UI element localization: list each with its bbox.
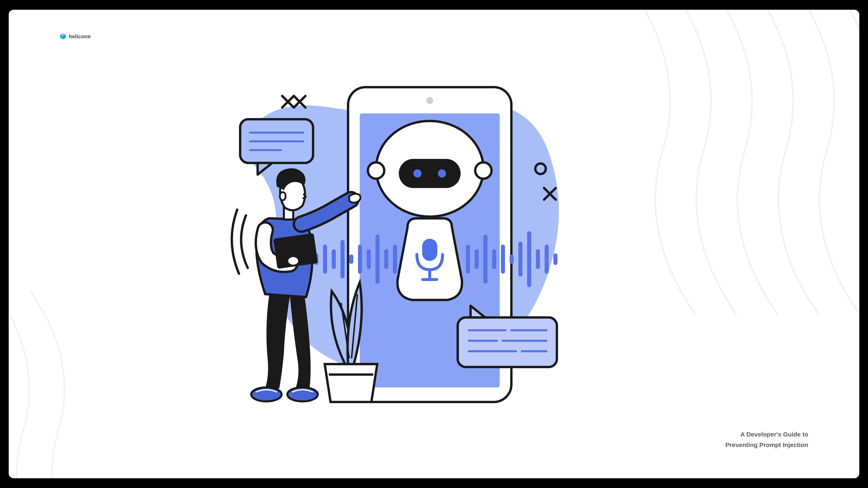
svg-line-48 — [293, 96, 300, 102]
svg-rect-6 — [399, 159, 461, 188]
svg-rect-32 — [553, 253, 557, 265]
svg-rect-25 — [492, 249, 496, 269]
svg-rect-27 — [509, 255, 514, 264]
title-line-2: Preventing Prompt Injection — [725, 440, 808, 450]
svg-point-4 — [368, 162, 384, 179]
title-line-1: A Developer's Guide to — [725, 429, 808, 440]
svg-rect-28 — [518, 242, 522, 277]
cover-title: A Developer's Guide to Preventing Prompt… — [725, 429, 808, 450]
svg-rect-23 — [474, 249, 479, 269]
svg-line-45 — [288, 96, 293, 102]
logo: helicone — [60, 33, 91, 40]
svg-point-7 — [413, 169, 422, 177]
svg-point-8 — [438, 169, 446, 177]
logo-text: helicone — [69, 33, 91, 40]
svg-line-46 — [282, 102, 288, 108]
svg-rect-21 — [393, 245, 397, 274]
svg-line-49 — [300, 96, 305, 102]
cover-card: helicone — [9, 10, 859, 478]
svg-line-44 — [282, 96, 288, 102]
svg-rect-37 — [458, 318, 557, 367]
svg-rect-19 — [375, 235, 379, 284]
helicone-cube-icon — [60, 33, 66, 40]
svg-rect-15 — [340, 240, 345, 279]
svg-rect-13 — [323, 245, 327, 274]
svg-rect-16 — [349, 255, 353, 264]
background-waves-left — [9, 291, 179, 478]
svg-rect-31 — [545, 245, 549, 274]
svg-rect-17 — [358, 245, 362, 274]
svg-rect-18 — [367, 249, 371, 269]
chatbot-illustration — [179, 47, 587, 459]
svg-point-5 — [475, 162, 492, 179]
svg-rect-20 — [384, 249, 388, 269]
svg-rect-29 — [527, 231, 531, 287]
svg-rect-22 — [466, 245, 470, 274]
svg-rect-24 — [483, 235, 488, 284]
background-waves-right — [562, 10, 859, 314]
svg-rect-14 — [332, 249, 336, 269]
svg-rect-26 — [501, 245, 505, 274]
svg-point-62 — [280, 192, 285, 200]
svg-rect-30 — [536, 249, 540, 269]
svg-point-2 — [426, 97, 433, 104]
svg-rect-9 — [422, 239, 437, 261]
svg-point-60 — [287, 256, 299, 265]
